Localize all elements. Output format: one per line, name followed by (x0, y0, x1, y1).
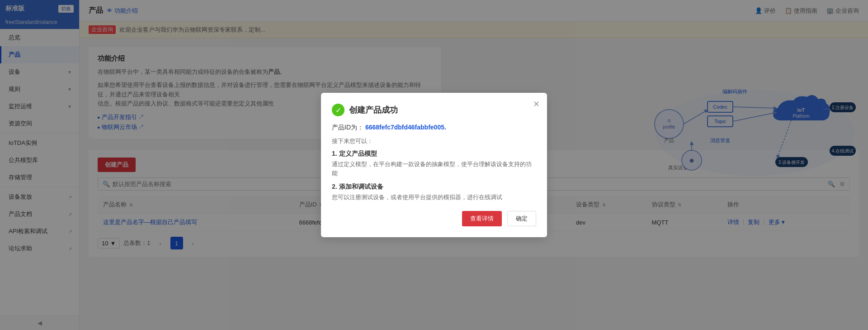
modal-footer: 查看详情 确定 (332, 211, 536, 226)
modal-step2-title: 2. 添加和调试设备 (332, 183, 536, 191)
modal-id-row: 产品ID为： 6668fefc7dbfd46fabbfe005. (332, 124, 536, 132)
modal-body: 产品ID为： 6668fefc7dbfd46fabbfe005. 接下来您可以：… (332, 124, 536, 202)
modal-sub-title: 接下来您可以： (332, 137, 536, 145)
modal-close-button[interactable]: ✕ (533, 100, 540, 108)
modal-title: 创建产品成功 (349, 105, 398, 115)
success-modal: ✕ ✓ 创建产品成功 产品ID为： 6668fefc7dbfd46fabbfe0… (321, 93, 547, 237)
modal-header: ✓ 创建产品成功 (332, 104, 536, 116)
modal-id-label: 产品ID为： (332, 124, 363, 131)
success-icon: ✓ (332, 104, 344, 116)
modal-overlay[interactable]: ✕ ✓ 创建产品成功 产品ID为： 6668fefc7dbfd46fabbfe0… (0, 0, 868, 330)
modal-step1: 1. 定义产品模型 通过定义模型，在平台构建一款设备的抽象模型，使平台理解该设备… (332, 150, 536, 177)
modal-step1-title: 1. 定义产品模型 (332, 150, 536, 158)
confirm-button[interactable]: 确定 (507, 211, 536, 226)
modal-step2-desc: 您可以注册测试设备，或者使用平台提供的模拟器，进行在线调试 (332, 193, 536, 202)
modal-id-value: 6668fefc7dbfd46fabbfe005. (365, 124, 446, 131)
view-detail-button[interactable]: 查看详情 (462, 211, 502, 226)
modal-step2: 2. 添加和调试设备 您可以注册测试设备，或者使用平台提供的模拟器，进行在线调试 (332, 183, 536, 202)
modal-step1-desc: 通过定义模型，在平台构建一款设备的抽象模型，使平台理解该设备支持的功能 (332, 160, 536, 177)
